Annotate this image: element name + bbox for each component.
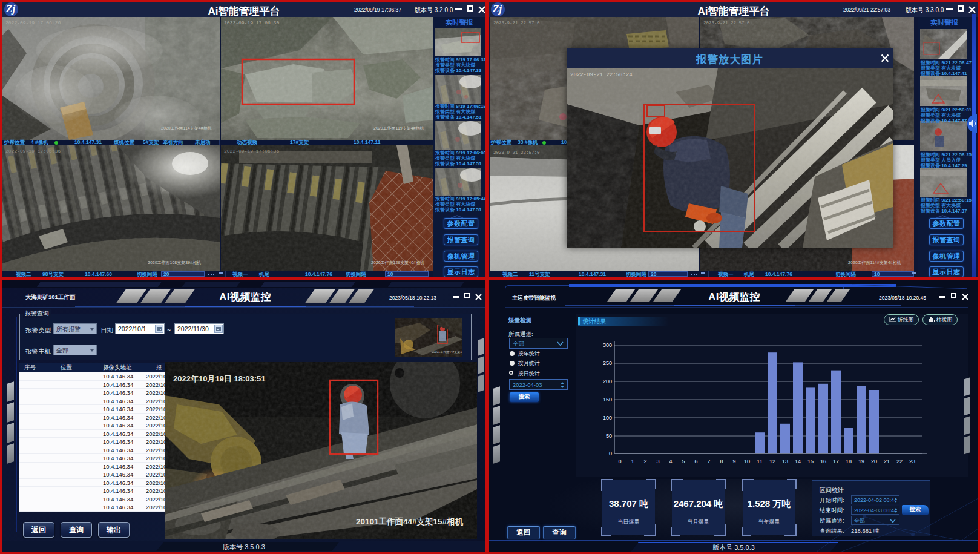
svg-text:4: 4 bbox=[669, 458, 672, 464]
svg-text:18: 18 bbox=[846, 458, 852, 464]
svg-text:20: 20 bbox=[871, 458, 877, 464]
svg-text:2020工作面108支架39#相机: 2020工作面108支架39#相机 bbox=[148, 260, 201, 265]
svg-text:2023-9-21 22:57:0: 2023-9-21 22:57:0 bbox=[493, 21, 540, 25]
svg-text:15: 15 bbox=[807, 458, 814, 464]
svg-text:2022-09-21 22:56:24: 2022-09-21 22:56:24 bbox=[570, 72, 633, 78]
svg-text:3: 3 bbox=[656, 458, 659, 464]
svg-text:2022-09-19 17:06:26: 2022-09-19 17:06:26 bbox=[5, 20, 61, 25]
svg-text:8: 8 bbox=[720, 458, 723, 464]
svg-text:11: 11 bbox=[757, 458, 762, 464]
svg-text:7: 7 bbox=[707, 458, 710, 464]
svg-text:17: 17 bbox=[833, 458, 839, 464]
svg-text:2022-09-19 17:06:36: 2022-09-19 17:06:36 bbox=[224, 148, 279, 154]
svg-text:2023-9-21 22:57:0: 2023-9-21 22:57:0 bbox=[493, 150, 540, 155]
svg-text:200: 200 bbox=[603, 378, 612, 384]
svg-text:2022-09-19 17:06:36: 2022-09-19 17:06:36 bbox=[5, 148, 61, 154]
svg-text:20101工作面44#支架15#相机: 20101工作面44#支架15#相机 bbox=[356, 517, 464, 526]
svg-text:2022-09-19 17:06:30: 2022-09-19 17:06:30 bbox=[224, 20, 279, 25]
svg-text:1: 1 bbox=[631, 458, 634, 464]
svg-text:23: 23 bbox=[909, 458, 915, 464]
svg-text:19: 19 bbox=[858, 458, 864, 464]
svg-text:21: 21 bbox=[884, 458, 890, 464]
svg-text:16: 16 bbox=[820, 458, 826, 464]
svg-text:0: 0 bbox=[618, 458, 621, 464]
svg-text:14: 14 bbox=[795, 458, 801, 464]
svg-text:300: 300 bbox=[603, 342, 612, 348]
svg-text:2020工作面119支架4#相机: 2020工作面119支架4#相机 bbox=[373, 126, 424, 131]
svg-text:2020工作面114#支架4#相机: 2020工作面114#支架4#相机 bbox=[848, 260, 901, 265]
svg-text:22: 22 bbox=[896, 458, 903, 464]
svg-text:0: 0 bbox=[609, 450, 612, 457]
svg-text:250: 250 bbox=[603, 360, 612, 366]
svg-text:12: 12 bbox=[769, 458, 775, 464]
svg-text:6: 6 bbox=[694, 458, 697, 464]
svg-text:9: 9 bbox=[732, 458, 735, 464]
svg-text:2020工作面129支架40#相机: 2020工作面129支架40#相机 bbox=[371, 260, 424, 265]
svg-text:2: 2 bbox=[643, 458, 646, 464]
svg-text:10: 10 bbox=[744, 458, 750, 464]
svg-text:5: 5 bbox=[682, 458, 685, 464]
svg-text:20101工作面44#支架15#相机: 20101工作面44#支架15#相机 bbox=[432, 350, 462, 354]
svg-text:2023-9-21 22:57:0: 2023-9-21 22:57:0 bbox=[703, 21, 750, 25]
svg-text:150: 150 bbox=[603, 397, 612, 403]
svg-text:2022年10月19日 18:03:51: 2022年10月19日 18:03:51 bbox=[173, 374, 266, 383]
svg-text:2020工作面114支架4#相机: 2020工作面114支架4#相机 bbox=[161, 126, 212, 131]
svg-text:50: 50 bbox=[606, 433, 612, 439]
svg-text:100: 100 bbox=[603, 415, 612, 421]
svg-text:13: 13 bbox=[782, 458, 788, 464]
